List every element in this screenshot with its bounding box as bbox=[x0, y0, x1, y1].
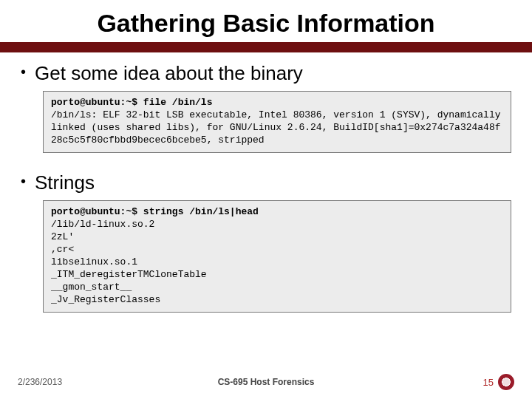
code-block-file: porto@ubuntu:~$ file /bin/ls /bin/ls: EL… bbox=[43, 91, 511, 153]
footer: 2/236/2013 CS-695 Host Forensics 15 bbox=[0, 374, 532, 390]
footer-date: 2/236/2013 bbox=[18, 377, 62, 387]
prompt: porto@ubuntu:~$ bbox=[51, 97, 143, 108]
command: strings /bin/ls|head bbox=[143, 206, 259, 217]
bullet-dot: • bbox=[21, 171, 26, 191]
footer-course: CS-695 Host Forensics bbox=[218, 377, 315, 387]
bullet-dot: • bbox=[21, 61, 26, 82]
command: file /bin/ls bbox=[143, 97, 213, 108]
page-number: 15 bbox=[483, 377, 494, 388]
bullet-1: • Get some idea about the binary bbox=[21, 61, 511, 85]
prompt: porto@ubuntu:~$ bbox=[51, 206, 143, 217]
slide: Gathering Basic Information • Get some i… bbox=[0, 0, 532, 399]
code-output: /bin/ls: ELF 32-bit LSB executable, Inte… bbox=[51, 109, 506, 146]
code-output: /lib/ld-linux.so.2 2zL' ,cr< libselinux.… bbox=[51, 219, 207, 305]
bullet-text: Strings bbox=[35, 171, 95, 194]
seal-icon bbox=[498, 374, 514, 390]
content-area: • Get some idea about the binary porto@u… bbox=[0, 52, 532, 313]
code-block-strings: porto@ubuntu:~$ strings /bin/ls|head /li… bbox=[43, 200, 511, 313]
bullet-text: Get some idea about the binary bbox=[35, 61, 303, 85]
footer-right: 15 bbox=[483, 374, 514, 390]
slide-title: Gathering Basic Information bbox=[0, 0, 532, 42]
bullet-2: • Strings bbox=[21, 171, 511, 194]
title-bar bbox=[0, 42, 532, 52]
